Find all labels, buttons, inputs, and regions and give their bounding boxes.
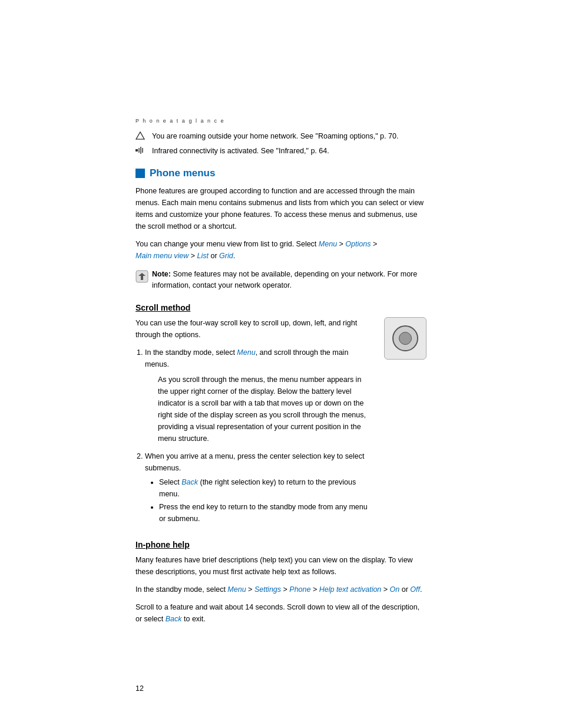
phone-screen-circle	[399, 332, 412, 345]
glance-item-roaming: You are roaming outside your home networ…	[135, 131, 427, 142]
phone-image	[384, 317, 427, 360]
ip-on-link[interactable]: On	[390, 585, 400, 594]
step1-prefix: In the standby mode, select	[145, 348, 237, 357]
scroll-steps: In the standby mode, select Menu, and sc…	[145, 347, 372, 525]
scroll-body: You can use the four-way scroll key to s…	[135, 317, 372, 341]
note-icon	[135, 270, 152, 285]
ip-help-activation-link[interactable]: Help text activation	[319, 585, 382, 594]
page-number: 12	[135, 684, 144, 693]
note-body: Some features may not be available, depe…	[152, 270, 417, 289]
section-label: P h o n e a t a g l a n c e	[135, 118, 427, 124]
roaming-text: You are roaming outside your home networ…	[152, 131, 398, 142]
step1-menu-link[interactable]: Menu	[237, 348, 255, 357]
grid-link[interactable]: Grid	[219, 252, 233, 260]
body2-mid4: or	[209, 252, 219, 260]
bullet1-prefix: Select	[159, 478, 181, 486]
ip-menu-link[interactable]: Menu	[227, 585, 246, 594]
blue-square-icon	[135, 169, 145, 178]
body2-mid1: >	[337, 240, 345, 248]
svg-rect-7	[141, 276, 143, 280]
phone-menus-title: Phone menus	[150, 167, 215, 179]
note-text: Note: Some features may not be available…	[152, 269, 427, 292]
page: P h o n e a t a g l a n c e You are roam…	[0, 0, 562, 728]
ip-settings-link[interactable]: Settings	[254, 585, 281, 594]
ip-off-link[interactable]: Off	[410, 585, 420, 594]
note-bold: Note:	[152, 270, 171, 278]
ip-back-link[interactable]: Back	[166, 615, 182, 623]
ip-phone-link[interactable]: Phone	[289, 585, 310, 594]
in-phone-body2: In the standby mode, select Menu > Setti…	[135, 584, 427, 595]
glance-item-infrared: Infrared connectivity is activated. See …	[135, 146, 427, 157]
phone-menus-body2: You can change your menu view from list …	[135, 238, 427, 262]
step2-bullets: Select Back (the right selection key) to…	[159, 476, 372, 525]
body2-mid3: >	[189, 252, 197, 260]
phone-menus-body1: Phone features are grouped according to …	[135, 185, 427, 232]
body2-prefix: You can change your menu view from list …	[135, 240, 319, 248]
scroll-method-heading: Scroll method	[135, 303, 427, 312]
options-link[interactable]: Options	[345, 240, 371, 248]
step2: When you arrive at a menu, press the cen…	[145, 450, 372, 525]
phone-image-container	[384, 317, 427, 360]
menu-link1[interactable]: Menu	[319, 240, 337, 248]
in-phone-help-heading: In-phone help	[135, 540, 427, 549]
main-menu-view-link[interactable]: Main menu view	[135, 252, 189, 260]
body2-suffix: .	[233, 252, 235, 260]
in-phone-body3: Scroll to a feature and wait about 14 se…	[135, 601, 427, 625]
ip-prefix: In the standby mode, select	[135, 585, 227, 594]
scroll-text-area: You can use the four-way scroll key to s…	[135, 317, 372, 528]
svg-rect-1	[135, 149, 138, 151]
infrared-icon	[135, 146, 152, 156]
infrared-text: Infrared connectivity is activated. See …	[152, 146, 329, 157]
step1: In the standby mode, select Menu, and sc…	[145, 347, 372, 444]
svg-marker-0	[136, 132, 144, 139]
ip-body3-suffix: to exit.	[182, 615, 206, 623]
step2-text: When you arrive at a menu, press the cen…	[145, 452, 364, 472]
back-link1[interactable]: Back	[181, 478, 198, 486]
ip-mid5: or	[399, 585, 410, 594]
ip-mid2: >	[281, 585, 289, 594]
step1-detail: As you scroll through the menus, the men…	[158, 374, 372, 444]
ip-mid4: >	[381, 585, 389, 594]
scroll-section: You can use the four-way scroll key to s…	[135, 317, 427, 528]
note-box: Note: Some features may not be available…	[135, 269, 427, 292]
ip-mid1: >	[246, 585, 254, 594]
bullet1: Select Back (the right selection key) to…	[159, 476, 372, 500]
ip-mid3: >	[310, 585, 319, 594]
in-phone-body1: Many features have brief descriptions (h…	[135, 554, 427, 578]
list-link[interactable]: List	[197, 252, 209, 260]
phone-screen-inner	[392, 325, 418, 351]
step1-detail-text: As you scroll through the menus, the men…	[158, 374, 372, 444]
triangle-icon	[135, 131, 152, 141]
ip-suffix: .	[420, 585, 422, 594]
body2-mid2: >	[371, 240, 377, 248]
bullet2: Press the end key to return to the stand…	[159, 501, 372, 525]
phone-menus-heading: Phone menus	[135, 167, 427, 179]
